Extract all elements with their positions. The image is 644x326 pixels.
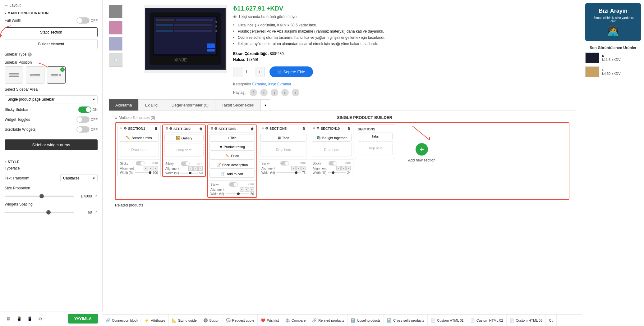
tab-aciklama[interactable]: Açıklama: [109, 99, 138, 111]
position-opt-none[interactable]: [5, 66, 23, 84]
position-opt-right[interactable]: ✓: [47, 66, 66, 84]
section1-drag-icon[interactable]: ⠿: [120, 126, 122, 130]
section5-sticky-toggle[interactable]: [280, 161, 289, 165]
toolbar-custom-html-02[interactable]: 📄 Custom HTML 02: [467, 315, 507, 326]
section1-settings-icon[interactable]: ⚙: [124, 126, 127, 130]
recent-prod-name-x[interactable]: X: [602, 54, 621, 58]
toolbar-request-quote[interactable]: 💬 Request quote: [223, 315, 258, 326]
sections-tabs-widget[interactable]: Tabs: [358, 133, 393, 140]
qty-input[interactable]: [243, 67, 255, 77]
section5-align-center[interactable]: ≡: [296, 166, 301, 170]
qty-decrease-btn[interactable]: −: [233, 67, 243, 77]
sidebar-widget-areas-btn[interactable]: Sidebar widget areas: [5, 139, 98, 150]
section2-align-right[interactable]: ≡: [198, 166, 203, 171]
section3-align-center[interactable]: ≡: [245, 187, 249, 192]
section2-width-slider[interactable]: [180, 173, 198, 174]
toolbar-button[interactable]: 🔘 Button: [200, 315, 223, 326]
widget-gallery[interactable]: 🖼️ Gallery: [164, 134, 204, 142]
share-linkedin[interactable]: in: [281, 89, 289, 96]
share-twitter[interactable]: t: [260, 89, 268, 96]
toolbar-cu[interactable]: Cu: [546, 315, 557, 326]
widget-toggles-switch[interactable]: [76, 116, 90, 123]
toolbar-compare[interactable]: ⚖️ Compare: [282, 315, 309, 326]
section1-align-left[interactable]: ≡: [144, 166, 148, 170]
toolbar-custom-html-03[interactable]: 📄 Custom HTML 03: [507, 315, 546, 326]
section2-sticky-toggle[interactable]: [181, 161, 190, 166]
sections-tabs-drop-here[interactable]: Drop here: [358, 141, 393, 155]
section2-delete-icon[interactable]: 🗑: [199, 127, 203, 131]
section3-sticky-toggle[interactable]: [229, 182, 238, 187]
section1-sticky-toggle[interactable]: [136, 161, 145, 165]
section5-drag-icon[interactable]: ⠿: [261, 126, 264, 130]
templates-btn[interactable]: ≡ Multiple Templates (0): [115, 115, 155, 120]
widget-add-to-cart[interactable]: 🛒 Add to cart: [209, 170, 255, 178]
sticky-sidebar-switch[interactable]: [78, 106, 91, 113]
section3-drag-icon[interactable]: ⠿: [210, 127, 213, 131]
toolbar-wishlist[interactable]: ❤️ Wishlist: [258, 315, 282, 326]
text-transform-select[interactable]: Capitalize ▾: [60, 174, 98, 182]
gallery-thumb-1[interactable]: [109, 5, 122, 18]
toolbar-cross-sells[interactable]: 🔄 Cross-sells products: [384, 315, 428, 326]
share-facebook[interactable]: f: [250, 89, 257, 96]
settings-icon[interactable]: ⚙: [36, 315, 44, 323]
full-width-toggle[interactable]: OFF: [76, 17, 98, 24]
toolbar-connection-block[interactable]: 🔗 Connection block: [103, 315, 141, 326]
sidebar-area-select[interactable]: Single product page Sidebar ▾: [5, 95, 98, 103]
section5-settings-icon[interactable]: ⚙: [265, 126, 268, 130]
widgets-spacing-track[interactable]: [5, 212, 74, 213]
section10-drag-icon[interactable]: ⠿: [313, 126, 315, 130]
builder-element-btn[interactable]: Builder element: [5, 39, 98, 49]
sticky-sidebar-toggle[interactable]: ON: [78, 106, 98, 113]
widget-title[interactable]: ▪ Title: [209, 134, 255, 142]
category-link-1[interactable]: Ekranlar: [252, 82, 266, 86]
section10-sticky-toggle[interactable]: [329, 161, 337, 165]
category-link-2[interactable]: Xinje Ekranlar: [268, 82, 291, 86]
scrollable-widgets-switch[interactable]: [76, 126, 90, 133]
section1-align-center[interactable]: ≡: [149, 166, 153, 170]
tab-taksit[interactable]: Taksit Seçenekleri: [215, 99, 261, 111]
tab-degerlendirmeler[interactable]: Değerlendirmeler (0): [165, 99, 215, 111]
desktop-icon[interactable]: 🖥: [5, 315, 12, 323]
section3-align-right[interactable]: ≡: [250, 187, 254, 192]
share-other[interactable]: r: [292, 89, 299, 96]
section3-settings-icon[interactable]: ⚙: [214, 127, 217, 131]
section5-drop-here[interactable]: Drop here: [260, 143, 306, 156]
section10-align-right[interactable]: ≡: [346, 166, 351, 170]
gallery-thumb-3[interactable]: [109, 37, 122, 51]
tabs-collapse-arrow[interactable]: ▾: [261, 99, 270, 111]
section3-delete-icon[interactable]: 🗑: [251, 127, 254, 131]
widget-toggles-toggle[interactable]: OFF: [76, 116, 98, 123]
section2-settings-icon[interactable]: ⚙: [169, 127, 172, 131]
sidebar-type-help[interactable]: ?: [28, 52, 32, 57]
section10-width-thumb[interactable]: [332, 171, 334, 174]
section1-width-slider[interactable]: [135, 172, 151, 173]
tablet-icon[interactable]: 📱: [15, 315, 23, 323]
section5-delete-icon[interactable]: 🗑: [302, 127, 306, 130]
widget-bought-together[interactable]: 🛍️ Bought together: [312, 134, 352, 142]
section3-align-left[interactable]: ≡: [240, 187, 244, 192]
static-section-btn[interactable]: Static section: [5, 27, 98, 37]
section10-drop-here[interactable]: Drop here: [312, 143, 352, 156]
section1-width-thumb[interactable]: [149, 171, 151, 174]
section3-width-thumb[interactable]: [237, 192, 240, 195]
size-proportion-track[interactable]: [5, 196, 74, 197]
section2-align-left[interactable]: ≡: [188, 166, 193, 171]
gallery-thumb-4[interactable]: 📄: [109, 53, 122, 67]
add-to-cart-btn[interactable]: 🛒 Sepete Ekle: [269, 66, 313, 77]
toolbar-attributes[interactable]: ⚡ Attributes: [141, 315, 168, 326]
section2-width-thumb[interactable]: [189, 172, 191, 174]
qty-increase-btn[interactable]: +: [255, 67, 264, 77]
section10-width-slider[interactable]: [328, 172, 346, 173]
section2-drop-here[interactable]: Drop here: [164, 143, 204, 157]
section2-drag-icon[interactable]: ⠿: [165, 127, 168, 131]
widget-product-rating[interactable]: ★ Product rating: [209, 143, 255, 151]
mobile-icon[interactable]: 📱: [26, 315, 33, 323]
widget-breadcrumbs[interactable]: ✏️ Breadcrumbs: [119, 134, 159, 142]
back-link[interactable]: ← Layout: [5, 3, 98, 7]
widget-short-description[interactable]: 📝 Short description: [209, 161, 255, 169]
section10-align-center[interactable]: ≡: [341, 166, 346, 170]
widgets-spacing-thumb[interactable]: [46, 210, 51, 215]
section5-width-thumb[interactable]: [295, 171, 297, 174]
section1-delete-icon[interactable]: 🗑: [154, 127, 158, 130]
section10-align-left[interactable]: ≡: [336, 166, 341, 170]
